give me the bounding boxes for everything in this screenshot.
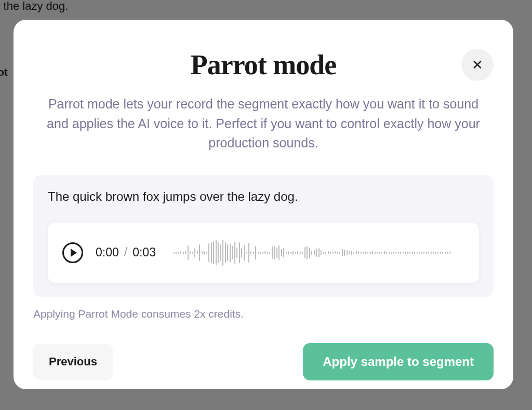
waveform-bar bbox=[323, 252, 324, 254]
waveform-bar bbox=[405, 252, 406, 254]
waveform[interactable] bbox=[168, 238, 464, 267]
waveform-bar bbox=[342, 249, 343, 256]
waveform-bar bbox=[290, 252, 291, 254]
waveform-bar bbox=[337, 252, 338, 254]
waveform-bar bbox=[225, 242, 226, 263]
waveform-bar bbox=[321, 250, 322, 255]
waveform-bar bbox=[417, 252, 418, 254]
previous-button[interactable]: Previous bbox=[33, 344, 113, 380]
waveform-bar bbox=[218, 242, 219, 263]
parrot-mode-modal: ✕ Parrot mode Parrot mode lets your reco… bbox=[14, 20, 513, 389]
waveform-bar bbox=[431, 252, 432, 254]
waveform-bar bbox=[330, 252, 331, 254]
waveform-bar bbox=[274, 246, 275, 259]
waveform-bar bbox=[395, 252, 396, 254]
waveform-bar bbox=[192, 252, 193, 254]
waveform-bar bbox=[297, 251, 298, 254]
waveform-bar bbox=[236, 248, 237, 258]
waveform-bar bbox=[183, 252, 184, 254]
waveform-bar bbox=[403, 252, 404, 254]
waveform-bar bbox=[309, 248, 310, 258]
waveform-bar bbox=[433, 252, 434, 254]
waveform-bar bbox=[421, 252, 422, 254]
waveform-bar bbox=[449, 252, 450, 254]
waveform-bar bbox=[314, 250, 315, 255]
waveform-bar bbox=[222, 240, 223, 266]
waveform-bar bbox=[302, 252, 303, 254]
waveform-bar bbox=[377, 252, 378, 254]
waveform-bar bbox=[286, 252, 287, 254]
waveform-bar bbox=[316, 249, 317, 257]
waveform-bar bbox=[379, 252, 380, 254]
waveform-bar bbox=[244, 245, 245, 261]
waveform-bar bbox=[276, 248, 277, 258]
close-icon: ✕ bbox=[472, 57, 483, 73]
waveform-bar bbox=[202, 251, 203, 254]
waveform-bar bbox=[180, 251, 181, 254]
waveform-bar bbox=[232, 246, 233, 259]
waveform-bar bbox=[414, 252, 415, 254]
waveform-bar bbox=[445, 252, 446, 254]
modal-description: Parrot mode lets your record the segment… bbox=[14, 94, 513, 153]
waveform-bar bbox=[419, 252, 420, 254]
waveform-bar bbox=[311, 251, 312, 255]
credits-note: Applying Parrot Mode consumes 2x credits… bbox=[33, 308, 494, 320]
waveform-bar bbox=[288, 251, 289, 254]
waveform-bar bbox=[239, 242, 240, 263]
waveform-bar bbox=[344, 250, 345, 256]
waveform-bar bbox=[398, 252, 399, 254]
waveform-bar bbox=[185, 251, 186, 254]
waveform-bar bbox=[246, 252, 247, 254]
waveform-bar bbox=[248, 243, 249, 263]
waveform-bar bbox=[356, 251, 357, 254]
waveform-bar bbox=[447, 252, 448, 254]
play-icon bbox=[71, 249, 77, 257]
waveform-bar bbox=[267, 252, 268, 254]
waveform-bar bbox=[328, 251, 329, 254]
waveform-bar bbox=[361, 252, 362, 254]
waveform-bar bbox=[292, 251, 294, 255]
waveform-bar bbox=[358, 251, 359, 254]
waveform-bar bbox=[440, 252, 441, 254]
waveform-bar bbox=[206, 252, 207, 254]
waveform-bar bbox=[391, 252, 392, 254]
time-separator: / bbox=[124, 245, 127, 259]
waveform-bar bbox=[332, 252, 334, 254]
play-button[interactable] bbox=[62, 242, 83, 263]
waveform-bar bbox=[325, 252, 326, 254]
waveform-bar bbox=[407, 252, 408, 254]
waveform-bar bbox=[176, 252, 177, 254]
waveform-bar bbox=[426, 252, 427, 254]
waveform-bar bbox=[335, 251, 336, 254]
waveform-bar bbox=[304, 247, 305, 258]
waveform-bar bbox=[353, 252, 354, 254]
sample-card: The quick brown fox jumps over the lazy … bbox=[33, 175, 494, 297]
waveform-bar bbox=[234, 242, 235, 264]
waveform-bar bbox=[216, 240, 217, 265]
waveform-bar bbox=[423, 252, 424, 254]
waveform-bar bbox=[262, 252, 263, 254]
waveform-bar bbox=[400, 252, 401, 254]
waveform-bar bbox=[295, 252, 296, 254]
waveform-bar bbox=[384, 251, 385, 254]
waveform-bar bbox=[389, 252, 390, 254]
waveform-bar bbox=[188, 245, 189, 260]
waveform-bar bbox=[393, 252, 394, 254]
waveform-bar bbox=[351, 251, 352, 255]
waveform-bar bbox=[220, 244, 221, 261]
waveform-bar bbox=[258, 252, 259, 254]
apply-sample-button[interactable]: Apply sample to segment bbox=[303, 343, 494, 380]
waveform-bar bbox=[347, 250, 348, 255]
waveform-bar bbox=[349, 251, 350, 254]
waveform-bar bbox=[269, 252, 270, 254]
waveform-bar bbox=[199, 244, 200, 261]
close-button[interactable]: ✕ bbox=[461, 49, 494, 81]
waveform-bar bbox=[230, 243, 231, 262]
current-time: 0:00 bbox=[96, 245, 119, 259]
waveform-bar bbox=[227, 244, 228, 261]
waveform-bar bbox=[386, 252, 387, 254]
audio-player: 0:00 / 0:03 bbox=[48, 223, 479, 283]
waveform-bar bbox=[428, 252, 429, 254]
total-time: 0:03 bbox=[132, 245, 156, 259]
waveform-bar bbox=[278, 245, 280, 260]
